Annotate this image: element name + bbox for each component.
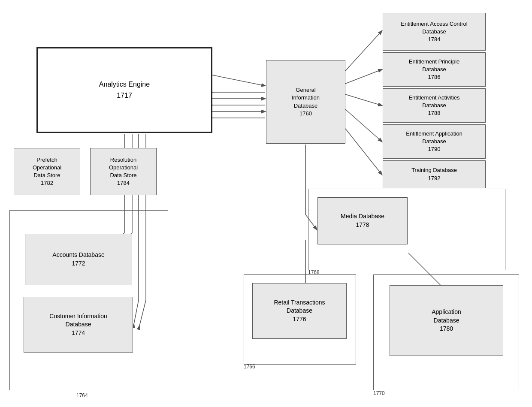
- accounts-db-box: Accounts Database 1772: [25, 234, 132, 285]
- entitlement-principle-label: Entitlement Principle Database 1786: [409, 58, 460, 81]
- entitlement-access-label: Entitlement Access Control Database 1784: [401, 20, 467, 44]
- entitlement-access-box: Entitlement Access Control Database 1784: [383, 13, 486, 51]
- entitlement-application-label: Entitlement Application Database 1790: [406, 130, 462, 154]
- analytics-engine-label: Analytics Engine 1717: [99, 79, 150, 101]
- entitlement-activities-box: Entitlement Activities Database 1788: [383, 88, 486, 123]
- label-1768: 1768: [308, 269, 320, 275]
- entitlement-application-box: Entitlement Application Database 1790: [383, 124, 486, 159]
- svg-line-7: [345, 69, 382, 84]
- customer-info-db-box: Customer Information Database 1774: [24, 297, 133, 353]
- application-db-box: Application Database 1780: [390, 285, 503, 356]
- diagram: Analytics Engine 1717 General Informatio…: [0, 0, 532, 407]
- entitlement-principle-box: Entitlement Principle Database 1786: [383, 52, 486, 87]
- media-db-box: Media Database 1778: [317, 197, 408, 244]
- analytics-engine-box: Analytics Engine 1717: [36, 47, 212, 133]
- general-info-db-label: General Information Database 1760: [292, 86, 320, 118]
- media-db-label: Media Database 1778: [341, 212, 384, 229]
- entitlement-activities-label: Entitlement Activities Database 1788: [408, 94, 459, 118]
- label-1770: 1770: [373, 390, 385, 396]
- svg-line-8: [345, 94, 382, 106]
- resolution-ods-box: Resolution Operational Data Store 1784: [90, 148, 157, 195]
- label-1766: 1766: [244, 364, 255, 370]
- accounts-db-label: Accounts Database 1772: [52, 251, 104, 268]
- training-db-label: Training Database 1792: [411, 166, 457, 182]
- svg-line-6: [345, 31, 382, 71]
- svg-line-10: [345, 129, 382, 175]
- prefetch-ods-label: Prefetch Operational Data Store 1782: [33, 156, 61, 187]
- application-db-label: Application Database 1780: [432, 308, 461, 333]
- retail-transactions-db-box: Retail Transactions Database 1776: [252, 283, 347, 339]
- svg-line-9: [345, 109, 382, 142]
- label-1764: 1764: [76, 392, 88, 398]
- prefetch-ods-box: Prefetch Operational Data Store 1782: [14, 148, 80, 195]
- customer-info-db-label: Customer Information Database 1774: [49, 312, 107, 338]
- resolution-ods-label: Resolution Operational Data Store 1784: [109, 156, 138, 187]
- svg-line-0: [212, 75, 265, 86]
- retail-transactions-db-label: Retail Transactions Database 1776: [274, 298, 325, 324]
- training-db-box: Training Database 1792: [383, 160, 486, 188]
- general-info-db-box: General Information Database 1760: [266, 60, 345, 144]
